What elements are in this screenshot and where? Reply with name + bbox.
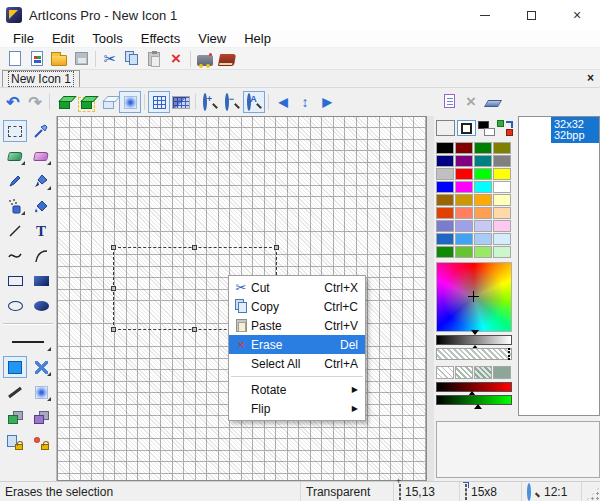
palette-swatch[interactable] [493, 168, 511, 180]
palette-swatch[interactable] [493, 181, 511, 193]
palette-swatch[interactable] [493, 142, 511, 154]
foreground-background-colors[interactable] [478, 121, 495, 136]
select-tool[interactable] [3, 120, 27, 142]
glass-cube-button[interactable] [97, 91, 119, 113]
palette-swatch[interactable] [474, 207, 492, 219]
pattern-swatch[interactable] [474, 366, 492, 379]
palette-swatch[interactable] [493, 220, 511, 232]
pattern-swatch[interactable] [436, 366, 454, 379]
open-button[interactable] [48, 49, 70, 69]
help-button[interactable] [216, 49, 238, 69]
selection-handle[interactable] [192, 245, 197, 250]
palette-swatch[interactable] [455, 246, 473, 258]
filled-ellipse-tool[interactable] [29, 295, 53, 317]
lock-colors-tool[interactable] [29, 431, 53, 453]
palette-swatch[interactable] [436, 181, 454, 193]
save-button[interactable] [70, 49, 92, 69]
selection-handle[interactable] [192, 327, 197, 332]
copy-button[interactable] [121, 49, 143, 69]
palette-swatch[interactable] [493, 233, 511, 245]
context-menu-item[interactable]: Rotate ▶ [229, 380, 365, 399]
filled-rectangle-tool[interactable] [29, 270, 53, 292]
eraser-alt-tool[interactable] [29, 145, 53, 167]
color-gradient-picker[interactable] [436, 262, 512, 332]
ellipse-tool[interactable] [3, 295, 27, 317]
green-channel-marker[interactable] [474, 404, 482, 409]
dither-tool[interactable] [29, 356, 53, 378]
tab-close-icon[interactable]: × [587, 72, 594, 84]
palette-swatch[interactable] [455, 233, 473, 245]
palette-swatch[interactable] [455, 220, 473, 232]
luminance-slider[interactable] [436, 335, 512, 345]
scroll-left-button[interactable]: ◀ [272, 91, 294, 113]
undo-button[interactable]: ↶ [2, 91, 24, 113]
show-grid-button[interactable] [148, 91, 170, 113]
blur-tool[interactable] [29, 381, 53, 403]
blur-mode-button[interactable] [119, 91, 141, 113]
palette-swatch[interactable] [474, 155, 492, 167]
color-mode-button[interactable] [457, 120, 476, 136]
duplicate-tool[interactable] [3, 406, 27, 428]
pattern-swatch[interactable] [455, 366, 473, 379]
context-menu-item[interactable]: ✂ Cut Ctrl+X [229, 278, 365, 297]
palette-swatch[interactable] [474, 168, 492, 180]
line-width-dropdown[interactable] [3, 331, 53, 353]
palette-swatch[interactable] [474, 246, 492, 258]
clear-image-button[interactable] [482, 90, 504, 112]
palette-swatch[interactable] [436, 246, 454, 258]
transparency-marker[interactable] [508, 348, 512, 360]
palette-swatch[interactable] [455, 181, 473, 193]
delete-button[interactable]: × [165, 49, 187, 69]
palette-swatch[interactable] [474, 181, 492, 193]
line-tool[interactable] [3, 220, 27, 242]
palette-swatch[interactable] [455, 168, 473, 180]
context-menu-item[interactable]: × Erase Del [229, 335, 365, 354]
duplicate-alt-tool[interactable] [29, 406, 53, 428]
close-button[interactable]: × [554, 0, 600, 30]
selection-handle[interactable] [274, 245, 279, 250]
selection-handle[interactable] [111, 245, 116, 250]
palette-swatch[interactable] [436, 220, 454, 232]
palette-swatch[interactable] [436, 194, 454, 206]
menu-bar-item[interactable]: View [189, 31, 235, 46]
selection-handle[interactable] [111, 286, 116, 291]
curve-tool[interactable] [3, 245, 27, 267]
selected-cube-button[interactable] [75, 91, 97, 113]
new-from-image-button[interactable] [26, 49, 48, 69]
palette-swatch[interactable] [493, 246, 511, 258]
new-button[interactable] [4, 49, 26, 69]
cut-button[interactable]: ✂ [99, 49, 121, 69]
menu-bar-item[interactable]: Effects [132, 31, 190, 46]
redo-button[interactable]: ↷ [24, 91, 46, 113]
palette-swatch[interactable] [436, 207, 454, 219]
panel-splitter[interactable] [427, 116, 434, 481]
palette-swatch[interactable] [493, 194, 511, 206]
fill-tool[interactable] [29, 195, 53, 217]
pattern-swatch[interactable] [493, 366, 511, 379]
minimize-button[interactable] [462, 0, 508, 30]
palette-swatch[interactable] [455, 155, 473, 167]
resize-grip[interactable] [586, 487, 600, 501]
add-image-button[interactable] [438, 90, 460, 112]
tab-new-icon-1[interactable]: New Icon 1 [2, 70, 80, 87]
color-picker-tool[interactable] [29, 120, 53, 142]
palette-swatch[interactable] [493, 155, 511, 167]
palette-swatch[interactable] [436, 155, 454, 167]
spray-tool[interactable] [3, 195, 27, 217]
lock-image-tool[interactable] [3, 431, 27, 453]
grid-pattern-button[interactable] [170, 91, 192, 113]
palette-swatch[interactable] [474, 220, 492, 232]
rectangle-tool[interactable] [3, 270, 27, 292]
menu-bar-item[interactable]: File [4, 31, 43, 46]
palette-swatch[interactable] [455, 207, 473, 219]
menu-bar-item[interactable]: Help [235, 31, 280, 46]
wizard-button[interactable] [194, 49, 216, 69]
context-menu-item[interactable]: Select All Ctrl+A [229, 354, 365, 373]
transparency-slider[interactable] [436, 348, 512, 360]
text-tool[interactable]: T [29, 220, 53, 242]
image-format-item[interactable]: 32x32 32bpp [519, 117, 599, 143]
zoom-out-button[interactable]: − [221, 91, 243, 113]
zoom-in-button[interactable]: + [199, 91, 221, 113]
palette-swatch[interactable] [455, 194, 473, 206]
paste-button[interactable] [143, 49, 165, 69]
